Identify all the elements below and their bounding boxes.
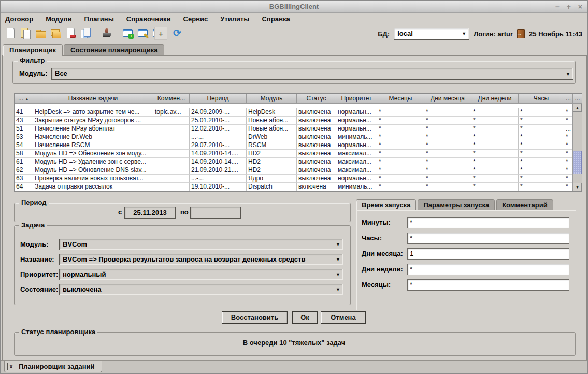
cell-extra[interactable]: * [564, 133, 573, 141]
cell-module[interactable]: HelpDesk [247, 108, 297, 117]
column-header-period[interactable]: Период [190, 94, 247, 104]
cell-priority[interactable]: нормальн... [336, 141, 377, 150]
db-select[interactable]: local [394, 28, 469, 40]
period-to-field[interactable] [190, 207, 241, 219]
cell-status[interactable]: выключена [297, 150, 336, 158]
cell-name[interactable]: Проверка наличия новых пользоват... [33, 175, 153, 183]
schedule-tab-run-params[interactable]: Параметры запуска [418, 199, 495, 210]
ok-button[interactable]: Ок [292, 311, 318, 324]
cell-priority[interactable]: минималь... [336, 183, 377, 191]
folders-icon[interactable] [50, 27, 61, 39]
cell-module[interactable]: RSCM [247, 141, 297, 150]
menu-item-moduli[interactable]: Модули [46, 13, 71, 24]
cell-week_days[interactable]: * [471, 166, 519, 175]
cell-month_days[interactable]: * [424, 133, 471, 141]
cell-month_days[interactable]: * [424, 104, 471, 104]
cell-id[interactable]: 62 [15, 166, 33, 175]
cell-comment[interactable] [153, 141, 190, 150]
schedule-field-input-months[interactable]: * [407, 279, 569, 291]
cell-hours[interactable]: * [519, 158, 564, 166]
cell-priority[interactable]: нормальн... [336, 117, 377, 125]
cell-extra[interactable]: * [564, 150, 573, 158]
menu-item-dogovor[interactable]: Договор [5, 13, 33, 24]
cell-priority[interactable]: нормальн... [336, 125, 377, 133]
tab-planner[interactable]: Планировщик [3, 44, 63, 56]
column-header-months[interactable]: Месяцы [377, 94, 424, 104]
cell-period[interactable]: 25.01.2010-... [190, 117, 247, 125]
cell-name[interactable]: Начисление NPay абонплат [33, 125, 153, 133]
cell-months[interactable]: * [377, 104, 424, 104]
cell-comment[interactable]: topic.av... [153, 108, 190, 117]
cell-comment[interactable] [153, 104, 190, 104]
cell-hours[interactable]: * [519, 141, 564, 150]
stamp-icon[interactable] [101, 27, 112, 39]
cell-status[interactable]: выключена [297, 108, 336, 117]
cell-extra[interactable]: * [564, 108, 573, 117]
menu-item-spravka[interactable]: Справка [262, 13, 290, 24]
cell-month_days[interactable]: * [424, 166, 471, 175]
cell-priority[interactable]: нормальн... [336, 104, 377, 104]
cell-week_days[interactable]: * [471, 175, 519, 183]
cell-module[interactable]: Ядро [247, 175, 297, 183]
cell-month_days[interactable]: * [424, 158, 471, 166]
cell-week_days[interactable]: * [471, 141, 519, 150]
add-tab-button[interactable]: + [154, 27, 167, 40]
cell-period[interactable]: ...-... [190, 133, 247, 141]
schedule-tab-run-time[interactable]: Время запуска [356, 199, 416, 210]
cell-name[interactable]: Модуль HD => Обновление зон моду... [33, 150, 153, 158]
cell-hours[interactable]: * [519, 175, 564, 183]
sync-documents-icon[interactable] [80, 27, 91, 39]
cell-months[interactable]: * [377, 150, 424, 158]
column-header-module[interactable]: Модуль [247, 94, 297, 104]
menu-item-servis[interactable]: Сервис [183, 13, 208, 24]
cell-extra[interactable]: ... [564, 125, 573, 133]
cell-extra[interactable]: * [564, 141, 573, 150]
table-row[interactable]: 63Проверка наличия новых пользоват......… [15, 175, 582, 183]
cell-name[interactable]: Модуль HD => Удаление зон с серве... [33, 158, 153, 166]
cell-priority[interactable]: максимал... [336, 158, 377, 166]
vertical-scrollbar[interactable]: ▲ ▼ [572, 104, 582, 191]
cell-module[interactable]: HD2 [247, 150, 297, 158]
cell-week_days[interactable]: * [471, 125, 519, 133]
cancel-button[interactable]: Отмена [321, 311, 366, 324]
close-button[interactable]: × [578, 1, 582, 13]
cell-month_days[interactable]: * [424, 183, 471, 191]
cell-extra[interactable]: * [564, 166, 573, 175]
table-row[interactable]: 62Модуль HD => Обновление DNS slav...21.… [15, 166, 582, 175]
cell-extra[interactable]: * [564, 175, 573, 183]
cell-id[interactable]: 58 [15, 150, 33, 158]
cell-hours[interactable]: * [519, 104, 564, 104]
cell-module[interactable]: HD2 [247, 158, 297, 166]
table-row[interactable]: 58Модуль HD => Обновление зон моду...14.… [15, 150, 582, 158]
column-header-priority[interactable]: Приоритет [336, 94, 377, 104]
cell-hours[interactable]: * [519, 108, 564, 117]
cell-months[interactable]: * [377, 133, 424, 141]
cell-months[interactable]: * [377, 108, 424, 117]
cell-month_days[interactable]: * [424, 175, 471, 183]
schedule-field-input-month-days[interactable]: 1 [407, 248, 569, 260]
cell-id[interactable]: 41 [15, 108, 33, 117]
table-row[interactable]: 43Закрытие статуса NPay договоров ...25.… [15, 117, 582, 125]
close-tab-icon[interactable]: x [7, 363, 15, 370]
table-row[interactable]: 53Начисление Dr.Web...-...DrWebвыключена… [15, 133, 582, 141]
task-module-select[interactable]: BVCom [59, 239, 343, 250]
cell-priority[interactable]: максимал... [336, 166, 377, 175]
remove-document-icon[interactable] [65, 27, 76, 39]
task-priority-select[interactable]: нормальный [59, 269, 343, 280]
schedule-field-input-hours[interactable]: * [407, 233, 569, 244]
column-header-month_days[interactable]: Дни месяца [424, 94, 471, 104]
cell-priority[interactable]: нормальн... [336, 108, 377, 117]
schedule-tab-comment[interactable]: Комментарий [496, 199, 553, 210]
cell-month_days[interactable]: * [424, 125, 471, 133]
cell-week_days[interactable]: * [471, 108, 519, 117]
open-folder-icon[interactable] [35, 27, 46, 39]
minimize-button[interactable]: − [555, 1, 559, 13]
table-row[interactable]: 40Выполнение глобальных скриптов п...05.… [15, 104, 582, 108]
cell-name[interactable]: Начисление RSCM [33, 141, 153, 150]
cell-month_days[interactable]: * [424, 117, 471, 125]
cell-id[interactable]: 53 [15, 133, 33, 141]
cell-months[interactable]: * [377, 141, 424, 150]
cell-priority[interactable]: максимал... [336, 150, 377, 158]
cell-comment[interactable] [153, 150, 190, 158]
cell-name[interactable]: Закрытие статуса NPay договоров ... [33, 117, 153, 125]
